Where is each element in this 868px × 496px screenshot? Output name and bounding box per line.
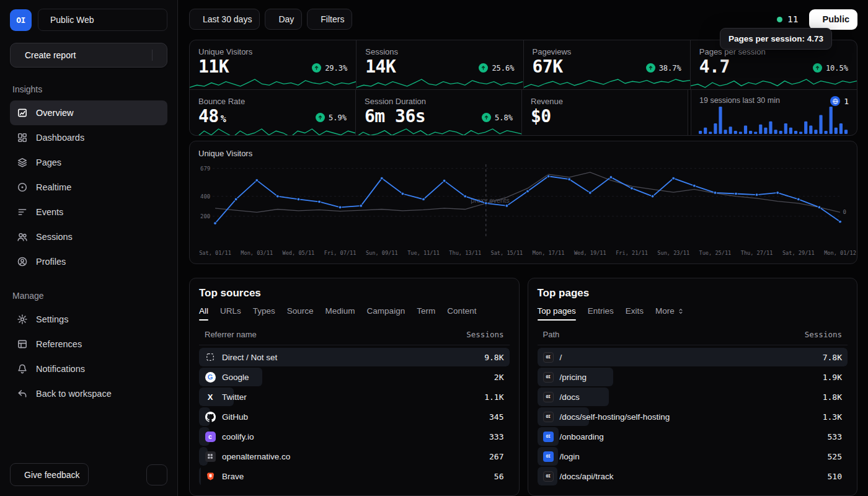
sidebar-footer: Give feedback xyxy=(10,463,167,486)
openpanel-favicon: OI xyxy=(543,451,554,462)
coolify-icon: c xyxy=(205,432,216,442)
page-row[interactable]: OI /docs/api/track 510 xyxy=(538,467,848,485)
svg-text:0: 0 xyxy=(843,209,846,215)
metric-change: 10.5% xyxy=(813,63,848,73)
page-path: /docs/api/track xyxy=(560,472,614,481)
sidebar-item[interactable]: Profiles xyxy=(10,249,167,274)
top-sources-title: Top sources xyxy=(199,287,510,299)
tab[interactable]: URLs xyxy=(220,306,241,321)
top-sources-table: Direct / Not set 9.8K G Google 2K xyxy=(199,348,510,485)
column-header-sessions[interactable]: Sessions xyxy=(466,330,503,339)
page-path: / xyxy=(560,353,562,362)
create-report-menu[interactable] xyxy=(152,50,159,61)
metric-card[interactable]: Unique Visitors 11K 29.3% xyxy=(190,40,356,89)
page-row[interactable]: OI /login 525 xyxy=(538,447,848,466)
visitors-line-chart[interactable]: 200400679proxy events0Sat, 01/11Mon, 03/… xyxy=(198,161,848,260)
interval-button[interactable]: Day xyxy=(265,9,302,30)
metric-card[interactable]: Revenue $0 xyxy=(522,90,688,136)
tab[interactable]: All xyxy=(199,306,208,321)
svg-text:Thu, 13/11: Thu, 13/11 xyxy=(449,250,481,256)
source-sessions: 267 xyxy=(489,452,503,461)
source-row[interactable]: X Twitter 1.1K xyxy=(199,388,510,406)
source-row[interactable]: GitHub 345 xyxy=(199,407,510,426)
workspace-selector[interactable]: Public Web xyxy=(38,9,167,31)
date-range-button[interactable]: Last 30 days xyxy=(189,9,260,30)
metric-change-value: 38.7% xyxy=(659,64,681,73)
tab[interactable]: Term xyxy=(417,306,435,321)
sidebar-item[interactable]: References xyxy=(10,332,167,356)
openalternative-icon xyxy=(205,451,216,462)
tab-label: Entries xyxy=(588,306,614,316)
toolbar: Last 30 days Day Filters 11 Public xyxy=(189,9,857,30)
source-row[interactable]: Direct / Not set 9.8K xyxy=(199,348,510,366)
pages-icon xyxy=(17,157,28,168)
give-feedback-button[interactable]: Give feedback xyxy=(10,463,89,486)
source-row[interactable]: openalternative.co 267 xyxy=(199,447,510,466)
tab[interactable]: Entries xyxy=(588,306,614,321)
filters-button[interactable]: Filters xyxy=(307,9,352,30)
page-row[interactable]: OI /pricing 1.9K xyxy=(538,368,848,386)
tab-label: Exits xyxy=(626,306,644,316)
sidebar-item-label: Sessions xyxy=(36,232,73,242)
metric-value: 6m 36s xyxy=(365,107,425,126)
live-visitors-button[interactable]: 11 xyxy=(777,14,798,24)
page-row[interactable]: OI /onboarding 533 xyxy=(538,427,848,446)
trend-up-icon xyxy=(646,63,655,73)
page-sessions: 533 xyxy=(828,432,842,441)
sidebar-item[interactable]: Back to workspace xyxy=(10,381,167,406)
openpanel-favicon: OI xyxy=(543,471,554,482)
metric-card[interactable]: Pageviews 67K 38.7% xyxy=(524,40,690,89)
tab[interactable]: Top pages xyxy=(538,306,576,321)
dashboards-icon xyxy=(17,132,28,143)
source-row[interactable]: Brave 56 xyxy=(199,467,510,485)
page-row[interactable]: OI /docs/self-hosting/self-hosting 1.3K xyxy=(538,407,848,426)
sidebar-item[interactable]: Sessions xyxy=(10,224,167,249)
main-content: Last 30 days Day Filters 11 Public xyxy=(178,0,868,496)
public-share-button[interactable]: Public xyxy=(809,9,857,30)
sidebar-item[interactable]: Notifications xyxy=(10,356,167,381)
page-path: /docs/self-hosting/self-hosting xyxy=(560,412,670,422)
metric-card[interactable]: Sessions 14K 25.6% xyxy=(356,40,523,89)
metric-card[interactable]: Bounce Rate 48 % 5.9% xyxy=(190,90,355,136)
metric-value: 48 % xyxy=(198,107,226,126)
metric-change: 38.7% xyxy=(646,63,681,73)
column-header-sessions[interactable]: Sessions xyxy=(805,330,842,339)
tab-label: Types xyxy=(253,306,275,316)
source-row[interactable]: G Google 2K xyxy=(199,368,510,386)
profile-button[interactable] xyxy=(146,464,167,485)
metrics-grid: Unique Visitors 11K 29.3% xyxy=(189,40,857,136)
sidebar-item-label: Profiles xyxy=(36,257,66,267)
top-sources-tabs: All URLs Types Source Medium xyxy=(199,306,510,321)
github-icon xyxy=(205,412,216,422)
page-sessions: 1.3K xyxy=(823,412,842,422)
metric-sparkline xyxy=(356,125,521,136)
sidebar-item[interactable]: Pages xyxy=(10,150,167,175)
tab[interactable]: Source xyxy=(287,306,314,321)
page-row[interactable]: OI /docs 1.8K xyxy=(538,388,848,406)
source-row[interactable]: c coolify.io 333 xyxy=(199,427,510,446)
tab[interactable]: Campaign xyxy=(367,306,405,321)
tab[interactable]: Types xyxy=(253,306,275,321)
tab[interactable]: More xyxy=(655,306,684,321)
create-report-button[interactable]: Create report xyxy=(10,43,167,68)
page-row[interactable]: OI / 7.8K xyxy=(538,348,848,366)
sidebar-item[interactable]: Dashboards xyxy=(10,125,167,150)
sidebar-item[interactable]: Realtime xyxy=(10,175,167,200)
chevrons-up-down-icon xyxy=(677,308,684,315)
metric-change-value: 5.9% xyxy=(329,113,347,122)
sidebar-item-label: Pages xyxy=(36,157,61,167)
tab[interactable]: Medium xyxy=(326,306,355,321)
tab[interactable]: Content xyxy=(447,306,476,321)
metric-change: 29.3% xyxy=(312,63,347,73)
sidebar-item[interactable]: Overview xyxy=(10,100,167,125)
metric-value: $0 xyxy=(531,107,551,126)
sidebar-item[interactable]: Events xyxy=(10,200,167,224)
svg-text:Mon, 03/11: Mon, 03/11 xyxy=(241,250,273,256)
tab[interactable]: Exits xyxy=(626,306,644,321)
sidebar-item[interactable]: Settings xyxy=(10,307,167,332)
svg-text:Sat, 29/11: Sat, 29/11 xyxy=(782,250,815,256)
sidebar-item-label: Events xyxy=(36,207,63,217)
live-visitors-count: 11 xyxy=(787,14,798,24)
metric-card[interactable]: Session Duration 6m 36s 5.8% xyxy=(356,90,521,136)
live-sessions-card[interactable]: 19 sessions last 30 min 1 xyxy=(691,90,857,136)
